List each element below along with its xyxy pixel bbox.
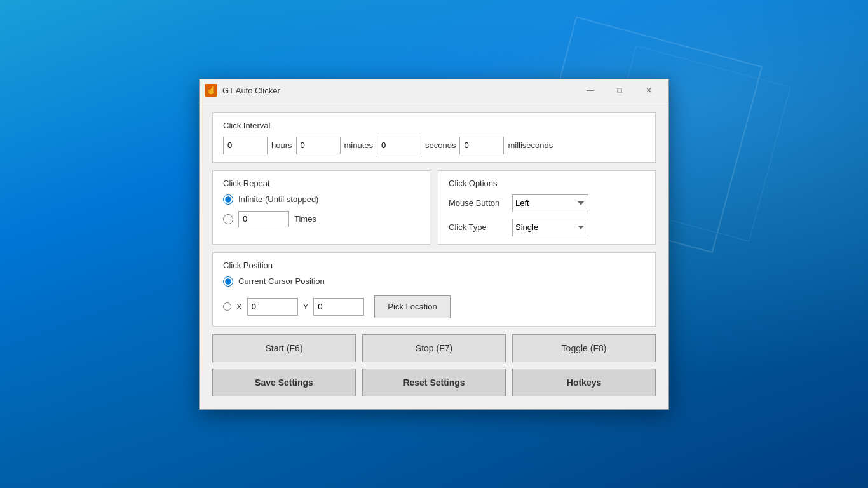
toggle-button[interactable]: Toggle (F8) <box>512 334 656 362</box>
mouse-button-label: Mouse Button <box>449 198 506 208</box>
y-input[interactable] <box>313 298 364 316</box>
times-radio-item: Times <box>223 211 419 227</box>
times-input[interactable] <box>238 211 289 227</box>
milliseconds-label: milliseconds <box>508 140 553 150</box>
options-grid: Mouse Button Left Right Middle Click Typ… <box>449 194 645 236</box>
restore-button[interactable]: □ <box>605 81 634 100</box>
interval-row: hours minutes seconds milliseconds <box>223 137 645 154</box>
click-repeat-title: Click Repeat <box>223 179 419 188</box>
stop-button[interactable]: Stop (F7) <box>362 334 506 362</box>
window-controls: — □ ✕ <box>576 81 663 100</box>
click-interval-title: Click Interval <box>223 121 645 130</box>
x-input[interactable] <box>247 298 298 316</box>
repeat-radio-group: Infinite (Until stopped) Times <box>223 194 419 227</box>
middle-sections: Click Repeat Infinite (Until stopped) Ti… <box>212 170 656 252</box>
seconds-input[interactable] <box>377 137 421 154</box>
pick-location-button[interactable]: Pick Location <box>374 295 450 318</box>
xy-radio[interactable] <box>223 302 231 311</box>
cursor-label: Current Cursor Position <box>238 276 325 286</box>
x-label: X <box>236 302 242 311</box>
minimize-button[interactable]: — <box>576 81 605 100</box>
y-label: Y <box>303 302 309 311</box>
hours-input[interactable] <box>223 137 268 154</box>
mouse-button-row: Mouse Button Left Right Middle <box>449 194 645 212</box>
click-position-section: Click Position Current Cursor Position X… <box>212 252 656 327</box>
seconds-label: seconds <box>425 140 456 150</box>
click-repeat-section: Click Repeat Infinite (Until stopped) Ti… <box>212 170 430 245</box>
click-type-label: Click Type <box>449 222 506 232</box>
infinite-label: Infinite (Until stopped) <box>238 194 318 204</box>
click-interval-section: Click Interval hours minutes seconds mil… <box>212 112 656 163</box>
infinite-radio[interactable] <box>223 194 233 205</box>
cursor-radio-item: Current Cursor Position <box>223 276 645 287</box>
times-radio[interactable] <box>223 214 233 224</box>
settings-button-row: Save Settings Reset Settings Hotkeys <box>212 369 656 396</box>
mouse-button-select[interactable]: Left Right Middle <box>512 194 588 212</box>
click-position-title: Click Position <box>223 261 645 270</box>
window-title: GT Auto Clicker <box>222 86 576 95</box>
milliseconds-input[interactable] <box>459 137 504 154</box>
hours-label: hours <box>271 140 292 150</box>
click-type-select[interactable]: Single Double <box>512 219 588 236</box>
click-options-title: Click Options <box>449 179 645 188</box>
click-type-row: Click Type Single Double <box>449 219 645 236</box>
app-window: ☝ GT Auto Clicker — □ ✕ Click Interval h… <box>199 79 669 410</box>
app-icon: ☝ <box>205 84 217 97</box>
position-radio-group: Current Cursor Position X Y Pick Locatio… <box>223 276 645 318</box>
infinite-radio-item: Infinite (Until stopped) <box>223 194 419 205</box>
save-settings-button[interactable]: Save Settings <box>212 369 356 396</box>
close-button[interactable]: ✕ <box>634 81 663 100</box>
title-bar: ☝ GT Auto Clicker — □ ✕ <box>200 79 668 102</box>
action-button-row: Start (F6) Stop (F7) Toggle (F8) <box>212 334 656 362</box>
click-options-section: Click Options Mouse Button Left Right Mi… <box>438 170 656 245</box>
cursor-radio[interactable] <box>223 276 233 287</box>
app-content: Click Interval hours minutes seconds mil… <box>200 102 668 409</box>
times-label: Times <box>294 214 316 224</box>
minutes-input[interactable] <box>296 137 341 154</box>
reset-settings-button[interactable]: Reset Settings <box>362 369 506 396</box>
minutes-label: minutes <box>344 140 374 150</box>
start-button[interactable]: Start (F6) <box>212 334 356 362</box>
hotkeys-button[interactable]: Hotkeys <box>512 369 656 396</box>
position-xy-row: X Y Pick Location <box>223 295 645 318</box>
